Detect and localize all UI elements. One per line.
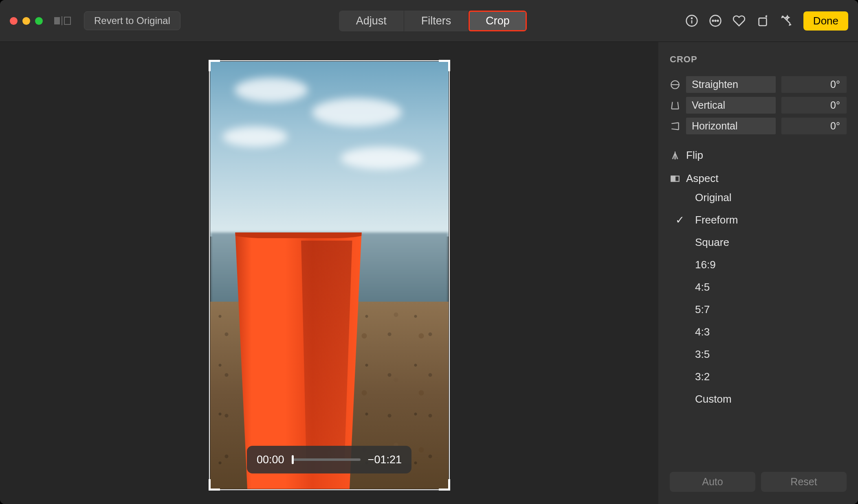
minimize-window-button[interactable] [22, 17, 30, 25]
aspect-square[interactable]: Square [690, 234, 847, 250]
straighten-label: Straighten [686, 76, 776, 93]
edit-mode-segmented: Adjust Filters Crop [339, 11, 527, 31]
horizontal-label: Horizontal [686, 118, 776, 134]
vertical-label: Vertical [686, 97, 776, 114]
tab-crop[interactable]: Crop [469, 11, 527, 31]
svg-point-5 [715, 20, 716, 22]
straighten-icon [670, 79, 680, 90]
remaining-time-label: −01:21 [368, 454, 402, 466]
info-icon[interactable] [685, 14, 698, 27]
aspect-section: Aspect [670, 172, 847, 185]
horizontal-perspective-icon [670, 121, 680, 131]
aspect-original[interactable]: Original [690, 190, 847, 206]
toolbar: Revert to Original Adjust Filters Crop [0, 0, 858, 42]
more-icon[interactable] [709, 14, 722, 27]
svg-point-6 [717, 20, 719, 22]
editor-body: 00:00 −01:21 CROP Straighten 0° Vertical… [0, 42, 858, 504]
rotate-icon[interactable] [756, 14, 769, 27]
svg-rect-7 [759, 18, 767, 26]
auto-crop-button[interactable]: Auto [670, 472, 755, 492]
window-controls [10, 17, 43, 25]
aspect-freeform[interactable]: ✓Freeform [690, 212, 847, 228]
checkmark-icon: ✓ [675, 214, 684, 226]
revert-to-original-button[interactable]: Revert to Original [84, 11, 180, 30]
current-time-label: 00:00 [257, 454, 284, 466]
crop-sidebar: CROP Straighten 0° Vertical 0° Horizonta… [658, 42, 858, 504]
aspect-custom[interactable]: Custom [690, 391, 847, 407]
crop-footer-buttons: Auto Reset [670, 472, 847, 492]
aspect-16-9[interactable]: 16:9 [690, 257, 847, 273]
crop-handle-tl[interactable] [209, 60, 220, 71]
vertical-perspective-icon [670, 100, 680, 111]
aspect-icon [670, 173, 680, 184]
flip-label: Flip [686, 149, 703, 162]
tab-filters[interactable]: Filters [404, 11, 469, 31]
favorite-icon[interactable] [733, 14, 746, 27]
aspect-5-7[interactable]: 5:7 [690, 302, 847, 318]
straighten-row[interactable]: Straighten 0° [670, 76, 847, 93]
tab-adjust[interactable]: Adjust [339, 11, 404, 31]
aspect-4-5[interactable]: 4:5 [690, 279, 847, 295]
svg-point-2 [691, 18, 692, 19]
aspect-label: Aspect [686, 172, 719, 185]
vertical-row[interactable]: Vertical 0° [670, 97, 847, 114]
compare-toggle[interactable] [54, 16, 71, 25]
close-window-button[interactable] [10, 17, 18, 25]
timeline-thumb[interactable] [292, 455, 294, 464]
svg-point-4 [713, 20, 714, 22]
app-window: Revert to Original Adjust Filters Crop [0, 0, 858, 504]
crop-panel-title: CROP [670, 54, 847, 65]
aspect-3-2[interactable]: 3:2 [690, 369, 847, 385]
reset-crop-button[interactable]: Reset [761, 472, 847, 492]
timeline-track[interactable] [292, 458, 361, 461]
done-button[interactable]: Done [803, 11, 848, 31]
crop-handle-tr[interactable] [439, 60, 450, 71]
horizontal-row[interactable]: Horizontal 0° [670, 118, 847, 134]
zoom-window-button[interactable] [35, 17, 43, 25]
auto-enhance-icon[interactable] [780, 14, 793, 27]
aspect-options: Original ✓Freeform Square 16:9 4:5 5:7 4… [670, 190, 847, 407]
canvas-area: 00:00 −01:21 [0, 42, 658, 504]
aspect-4-3[interactable]: 4:3 [690, 324, 847, 340]
crop-handle-br[interactable] [439, 479, 450, 491]
crop-handle-bl[interactable] [209, 479, 220, 491]
straighten-value[interactable]: 0° [781, 76, 847, 93]
flip-icon [670, 150, 680, 161]
preview-image [210, 61, 449, 489]
svg-rect-11 [671, 176, 675, 181]
vertical-value[interactable]: 0° [781, 97, 847, 114]
aspect-freeform-label: Freeform [695, 214, 738, 226]
toolbar-actions: Done [685, 11, 848, 31]
horizontal-value[interactable]: 0° [781, 118, 847, 134]
video-timeline: 00:00 −01:21 [247, 446, 411, 473]
flip-section[interactable]: Flip [670, 149, 847, 162]
aspect-3-5[interactable]: 3:5 [690, 346, 847, 362]
crop-viewport[interactable]: 00:00 −01:21 [210, 61, 449, 489]
